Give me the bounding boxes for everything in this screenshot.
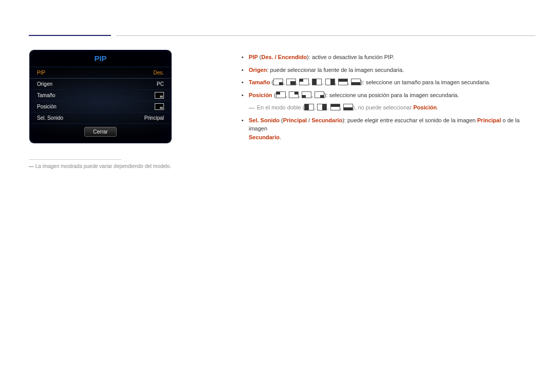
- pip-close-row: Cerrar: [30, 124, 171, 137]
- pip-row-sound: Sel. Sonido Principal: [30, 113, 171, 124]
- pip-row-label: Posición: [37, 104, 57, 109]
- pip-dual-icon: [317, 104, 327, 110]
- pip-close-button: Cerrar: [84, 127, 116, 137]
- bullet-key: PIP: [249, 54, 258, 60]
- pip-position-icon: [155, 103, 164, 110]
- header-rule-accent: [29, 35, 111, 36]
- pip-dual-icon: [343, 104, 353, 110]
- note-key: Posición: [413, 104, 437, 110]
- bullet-tail-a: : puede elegir entre escuchar el sonido …: [344, 117, 477, 123]
- pip-row-value: PC: [157, 81, 164, 87]
- pip-pos-icon: [314, 91, 324, 98]
- pip-size-icon: [273, 79, 283, 85]
- bullet-key: Origen: [249, 67, 267, 73]
- pip-row-pip: PIP Des.: [30, 67, 171, 79]
- description-list: PIP (Des. / Encendido): active o desacti…: [240, 53, 534, 145]
- pip-pos-icon: [289, 91, 299, 98]
- pip-size-icon: [338, 79, 348, 85]
- pip-size-icon: [155, 92, 164, 99]
- bullet-paren: Des. / Encendido: [261, 54, 307, 60]
- bullet-sound: Sel. Sonido (Principal / Secundario): pu…: [240, 116, 534, 142]
- pip-size-icon: [299, 79, 309, 85]
- pip-row-posicion: Posición: [30, 101, 171, 113]
- bullet-tail-key2: Secundario: [249, 134, 280, 140]
- pip-row-label: Origen: [37, 81, 52, 87]
- note-end: .: [437, 104, 438, 110]
- pip-dual-icon: [304, 104, 314, 110]
- bullet-paren-a: Principal: [283, 117, 307, 123]
- note-mid: ), no puede seleccionar: [353, 104, 413, 110]
- header-rule-line: [116, 35, 535, 36]
- pip-row-origen: Origen PC: [30, 79, 171, 90]
- bullet-tail-key: Principal: [477, 117, 501, 123]
- pip-size-icon: [312, 79, 322, 85]
- bullet-tail: : seleccione un tamaño para la imagen se…: [363, 79, 491, 85]
- bullet-paren-b: Secundario: [311, 117, 342, 123]
- bullet-key: Posición: [249, 92, 272, 98]
- note-posicion: En el modo doble (, , , ), no puede sele…: [240, 103, 534, 112]
- bullet-key: Tamaño: [249, 79, 270, 85]
- bullet-paren-sep: /: [307, 117, 311, 123]
- pip-row-label: Sel. Sonido: [37, 115, 63, 121]
- note-lead: En el modo doble (: [257, 104, 304, 110]
- bullet-pip: PIP (Des. / Encendido): active o desacti…: [240, 53, 534, 62]
- header-rule: [29, 35, 535, 36]
- bullet-posicion: Posición (, , , ): seleccione una posici…: [240, 91, 534, 100]
- pip-row-value: Principal: [144, 115, 164, 121]
- pip-size-icon: [286, 79, 296, 85]
- pip-dual-icon: [330, 104, 340, 110]
- pip-menu-title: PIP: [30, 50, 171, 67]
- bullet-origen: Origen: puede seleccionar la fuente de l…: [240, 66, 534, 74]
- bullet-tamano: Tamaño (, , , , , , ): seleccione un tam…: [240, 78, 534, 87]
- pip-size-icon: [325, 79, 335, 85]
- pip-pos-icon: [302, 91, 311, 98]
- pip-screenshot: PIP PIP Des. Origen PC Tamaño Posición S…: [30, 50, 171, 143]
- bullet-tail: : seleccione una posición para la imagen…: [326, 92, 459, 98]
- pip-row-value: Des.: [153, 70, 164, 76]
- bullet-key: Sel. Sonido: [249, 117, 280, 123]
- pip-row-label: Tamaño: [37, 92, 55, 98]
- pip-pos-icon: [276, 91, 286, 98]
- bullet-tail: : puede seleccionar la fuente de la imag…: [267, 67, 404, 73]
- pip-size-icon: [351, 79, 361, 85]
- bullet-tail-end: .: [280, 134, 281, 140]
- screenshot-underline: [29, 159, 121, 160]
- bullet-tail: : active o desactive la función PIP.: [309, 54, 394, 60]
- pip-row-label: PIP: [37, 70, 45, 76]
- screenshot-disclaimer: La imagen mostrada puede variar dependie…: [29, 163, 171, 169]
- pip-row-tamano: Tamaño: [30, 90, 171, 101]
